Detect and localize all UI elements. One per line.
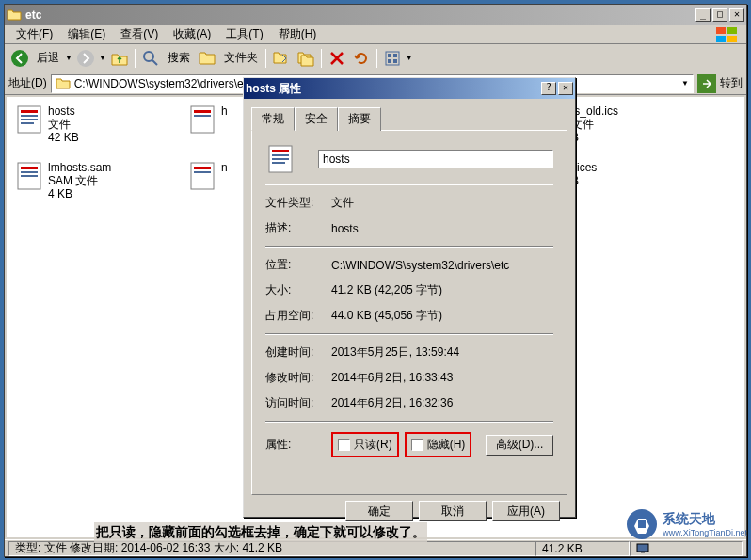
menu-view[interactable]: 查看(V) [113, 24, 166, 44]
up-button[interactable] [108, 47, 131, 70]
file-item[interactable]: lmhosts.sam SAM 文件 4 KB [14, 161, 174, 200]
svg-rect-16 [21, 122, 34, 124]
menu-favorites[interactable]: 收藏(A) [166, 24, 218, 44]
file-item[interactable]: hosts 文件 42 KB [14, 104, 174, 144]
dropdown-icon[interactable]: ▼ [406, 54, 413, 62]
back-label: 后退 [33, 50, 63, 66]
minimize-button[interactable]: _ [695, 8, 711, 22]
ondisk-label: 占用空间: [265, 308, 331, 324]
dialog-buttons: 确定 取消 应用(A) [251, 495, 567, 521]
folders-button[interactable] [196, 47, 218, 70]
svg-rect-0 [716, 27, 726, 34]
menu-edit[interactable]: 编辑(E) [60, 24, 113, 44]
search-button[interactable] [139, 47, 162, 70]
dropdown-icon[interactable]: ▼ [681, 79, 689, 88]
go-label: 转到 [720, 75, 743, 91]
delete-button[interactable] [326, 47, 348, 70]
watermark-url: www.XiTongTianDi.net [663, 528, 747, 537]
undo-button[interactable] [350, 47, 373, 70]
apply-button[interactable]: 应用(A) [492, 501, 560, 521]
modified-label: 修改时间: [265, 370, 331, 386]
svg-rect-33 [272, 162, 285, 164]
folder-icon [56, 76, 71, 91]
toolbar: 后退 ▼ ▼ 搜索 文件夹 ▼ [5, 44, 746, 72]
advanced-button[interactable]: 高级(D)... [486, 435, 553, 456]
tab-security[interactable]: 安全 [295, 107, 338, 131]
menubar: 文件(F) 编辑(E) 查看(V) 收藏(A) 工具(T) 帮助(H) [5, 25, 746, 44]
explorer-titlebar[interactable]: etc _ □ ✕ [5, 5, 746, 25]
svg-rect-27 [637, 544, 648, 552]
watermark: 系统天地 www.XiTongTianDi.net [625, 507, 747, 541]
accessed-label: 访问时间: [265, 395, 331, 411]
folders-label: 文件夹 [220, 50, 262, 66]
move-to-button[interactable] [270, 47, 293, 70]
properties-dialog: hosts 属性 ? ✕ 常规 安全 摘要 文件类型:文件 描述:hosts 位… [243, 77, 576, 518]
svg-rect-8 [388, 54, 391, 57]
ondisk-value: 44.0 KB (45,056 字节) [331, 308, 553, 324]
svg-rect-13 [21, 110, 38, 113]
hidden-highlight: 隐藏(H) [405, 432, 472, 457]
dropdown-icon[interactable]: ▼ [65, 54, 72, 62]
svg-rect-26 [194, 171, 211, 173]
back-button[interactable] [8, 47, 31, 70]
svg-rect-11 [393, 59, 397, 63]
ok-button[interactable]: 确定 [345, 501, 413, 521]
svg-point-4 [11, 50, 28, 67]
hidden-checkbox[interactable]: 隐藏(H) [407, 435, 470, 455]
dropdown-icon[interactable]: ▼ [99, 54, 106, 62]
created-value: 2013年5月25日, 13:59:44 [331, 344, 553, 360]
search-label: 搜索 [164, 50, 194, 66]
address-label: 地址(D) [8, 75, 47, 91]
menu-file[interactable]: 文件(F) [8, 24, 60, 44]
computer-icon [636, 542, 649, 555]
dialog-titlebar[interactable]: hosts 属性 ? ✕ [244, 78, 575, 99]
file-icon [187, 104, 217, 135]
filetype-value: 文件 [331, 195, 553, 211]
svg-point-5 [77, 50, 94, 67]
views-button[interactable] [381, 47, 404, 70]
menu-help[interactable]: 帮助(H) [271, 24, 325, 44]
dialog-title: hosts 属性 [246, 81, 541, 97]
tab-general[interactable]: 常规 [251, 107, 295, 131]
watermark-icon [625, 507, 659, 541]
forward-button[interactable] [74, 47, 97, 70]
close-button[interactable]: ✕ [558, 82, 573, 95]
svg-rect-18 [21, 167, 38, 169]
filename-input[interactable] [318, 150, 553, 168]
address-path: C:\WINDOWS\system32\drivers\etc [74, 77, 252, 90]
cancel-button[interactable]: 取消 [419, 501, 487, 521]
file-icon [14, 161, 44, 191]
readonly-label: 只读(R) [354, 437, 392, 453]
svg-rect-28 [641, 552, 645, 553]
svg-rect-20 [21, 175, 38, 177]
file-item[interactable]: ts_old.ics 文件 B [571, 104, 731, 144]
checkbox-icon [411, 439, 423, 451]
help-button[interactable]: ? [541, 82, 556, 95]
svg-point-6 [144, 52, 153, 61]
file-name: hosts [48, 104, 79, 118]
watermark-title: 系统天地 [663, 511, 747, 528]
file-icon [265, 144, 296, 174]
desc-label: 描述: [265, 220, 331, 236]
accessed-value: 2014年6月2日, 16:32:36 [331, 395, 553, 411]
status-zone [630, 541, 743, 556]
go-button[interactable] [697, 74, 716, 93]
file-item[interactable]: vices B [571, 161, 731, 187]
svg-rect-9 [393, 54, 397, 57]
copy-to-button[interactable] [295, 47, 317, 70]
menu-tools[interactable]: 工具(T) [218, 24, 270, 44]
readonly-checkbox[interactable]: 只读(R) [334, 435, 396, 455]
file-name: ts_old.ics [571, 104, 618, 118]
svg-rect-31 [272, 154, 289, 156]
file-size: 4 KB [48, 187, 111, 200]
file-size: B [571, 131, 618, 144]
tab-strip: 常规 安全 摘要 [251, 107, 567, 131]
hidden-label: 隐藏(H) [427, 437, 466, 453]
file-size: 42 KB [48, 131, 79, 144]
maximize-button[interactable]: □ [712, 8, 727, 22]
tab-summary[interactable]: 摘要 [338, 107, 381, 131]
desc-value: hosts [331, 222, 553, 235]
size-value: 41.2 KB (42,205 字节) [331, 282, 553, 298]
svg-rect-15 [21, 119, 38, 120]
close-button[interactable]: ✕ [729, 8, 744, 22]
